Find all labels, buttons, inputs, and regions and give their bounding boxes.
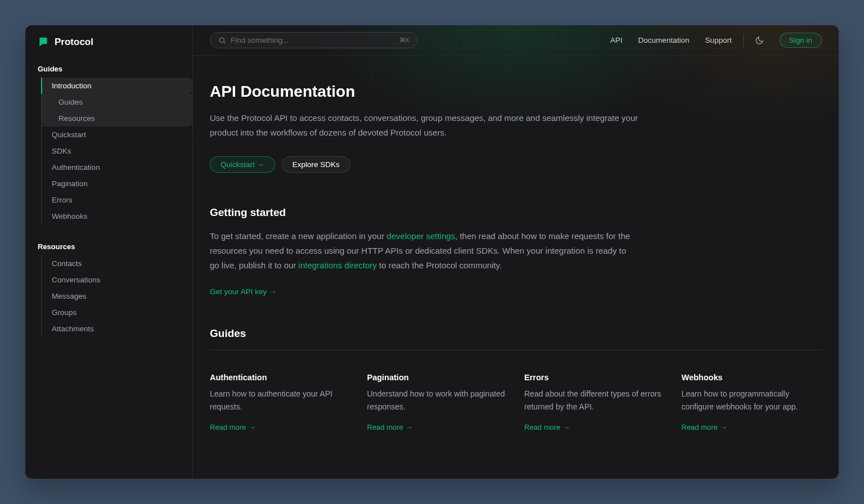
sidebar-item-webhooks[interactable]: Webhooks bbox=[42, 208, 192, 224]
sidebar-item-groups[interactable]: Groups bbox=[42, 304, 192, 321]
sidebar: Protocol Guides Introduction Guides Reso… bbox=[25, 25, 193, 479]
readmore-link[interactable]: Read more → bbox=[210, 423, 255, 431]
sidebar-group-resources: Contacts Conversations Messages Groups A… bbox=[41, 255, 192, 337]
sidebar-item-errors[interactable]: Errors bbox=[42, 192, 192, 208]
gs-text-pre: To get started, create a new application… bbox=[210, 231, 386, 241]
moon-icon bbox=[755, 36, 764, 45]
divider bbox=[743, 34, 744, 47]
nav-link-documentation[interactable]: Documentation bbox=[638, 36, 690, 44]
sidebar-item-sdks[interactable]: SDKs bbox=[42, 143, 192, 159]
get-api-key-label: Get your API key bbox=[210, 287, 267, 296]
guides-grid: Authentication Learn how to authenticate… bbox=[210, 350, 822, 432]
getting-started-text: To get started, create a new application… bbox=[210, 229, 637, 273]
page-lead: Use the Protocol API to access contacts,… bbox=[210, 111, 649, 141]
readmore-link[interactable]: Read more → bbox=[682, 423, 727, 431]
integrations-directory-link[interactable]: integrations directory bbox=[299, 260, 377, 270]
arrow-right-icon: → bbox=[269, 287, 276, 296]
arrow-right-icon: → bbox=[248, 423, 255, 431]
sidebar-subitem-resources[interactable]: Resources bbox=[42, 110, 192, 127]
quickstart-label: Quickstart bbox=[220, 160, 255, 169]
theme-toggle[interactable] bbox=[755, 36, 764, 45]
search-shortcut: ⌘K bbox=[399, 37, 410, 44]
sidebar-item-pagination[interactable]: Pagination bbox=[42, 176, 192, 192]
getting-started-title: Getting started bbox=[210, 206, 822, 219]
readmore-link[interactable]: Read more → bbox=[524, 423, 570, 431]
brand-name: Protocol bbox=[55, 37, 93, 48]
guide-title: Errors bbox=[524, 373, 665, 382]
guide-card-pagination: Pagination Understand how to work with p… bbox=[367, 373, 508, 432]
sidebar-item-contacts[interactable]: Contacts bbox=[42, 255, 192, 272]
quickstart-button[interactable]: Quickstart → bbox=[210, 156, 275, 173]
arrow-right-icon: → bbox=[257, 160, 264, 169]
sidebar-section-guides-label: Guides bbox=[25, 59, 192, 78]
readmore-label: Read more bbox=[210, 423, 246, 431]
developer-settings-link[interactable]: developer settings bbox=[386, 231, 455, 241]
guide-title: Authentication bbox=[210, 373, 350, 382]
header: ⌘K API Documentation Support Sign in bbox=[193, 25, 839, 56]
header-nav: API Documentation Support Sign in bbox=[610, 33, 822, 48]
arrow-right-icon: → bbox=[720, 423, 727, 431]
guide-desc: Learn how to authenticate your API reque… bbox=[210, 388, 350, 413]
sidebar-item-messages[interactable]: Messages bbox=[42, 288, 192, 304]
guides-title: Guides bbox=[210, 327, 822, 340]
explore-sdks-button[interactable]: Explore SDKs bbox=[282, 156, 350, 173]
get-api-key-link[interactable]: Get your API key → bbox=[210, 287, 276, 296]
sidebar-item-conversations[interactable]: Conversations bbox=[42, 272, 192, 288]
readmore-label: Read more bbox=[524, 423, 560, 431]
page-title: API Documentation bbox=[210, 83, 822, 101]
logo[interactable]: Protocol bbox=[25, 37, 192, 59]
readmore-label: Read more bbox=[682, 423, 718, 431]
arrow-right-icon: → bbox=[406, 423, 413, 431]
main-panel: ⌘K API Documentation Support Sign in API… bbox=[193, 25, 839, 479]
search-field[interactable] bbox=[231, 36, 395, 44]
signin-button[interactable]: Sign in bbox=[780, 33, 822, 48]
sidebar-item-attachments[interactable]: Attachments bbox=[42, 321, 192, 337]
arrow-right-icon: → bbox=[562, 423, 570, 431]
cta-row: Quickstart → Explore SDKs bbox=[210, 156, 822, 173]
content: API Documentation Use the Protocol API t… bbox=[193, 56, 839, 479]
search-icon bbox=[218, 37, 226, 44]
guide-desc: Understand how to work with paginated re… bbox=[367, 388, 508, 413]
sidebar-item-quickstart[interactable]: Quickstart bbox=[42, 127, 192, 143]
nav-link-api[interactable]: API bbox=[610, 36, 623, 44]
sidebar-section-resources-label: Resources bbox=[25, 237, 192, 255]
gs-text-post: to reach the Protocol community. bbox=[377, 260, 502, 270]
logo-icon bbox=[38, 37, 49, 48]
guide-card-errors: Errors Read about the different types of… bbox=[524, 373, 665, 432]
sidebar-group-guides: Introduction Guides Resources Quickstart… bbox=[41, 78, 192, 224]
guide-title: Webhooks bbox=[682, 373, 822, 382]
app-window: Protocol Guides Introduction Guides Reso… bbox=[25, 25, 839, 479]
guide-desc: Read about the different types of errors… bbox=[524, 388, 665, 413]
nav-link-support[interactable]: Support bbox=[705, 36, 731, 44]
guide-card-webhooks: Webhooks Learn how to programmatically c… bbox=[682, 373, 822, 432]
sidebar-subitem-guides[interactable]: Guides bbox=[42, 94, 192, 110]
readmore-link[interactable]: Read more → bbox=[367, 423, 413, 431]
svg-point-0 bbox=[219, 38, 224, 42]
search-input[interactable]: ⌘K bbox=[210, 32, 418, 48]
sidebar-item-introduction[interactable]: Introduction bbox=[42, 78, 192, 94]
guide-title: Pagination bbox=[367, 373, 508, 382]
sidebar-item-authentication[interactable]: Authentication bbox=[42, 159, 192, 176]
readmore-label: Read more bbox=[367, 423, 403, 431]
guide-desc: Learn how to programmatically configure … bbox=[682, 388, 822, 413]
svg-line-1 bbox=[224, 42, 226, 43]
guide-card-authentication: Authentication Learn how to authenticate… bbox=[210, 373, 350, 432]
